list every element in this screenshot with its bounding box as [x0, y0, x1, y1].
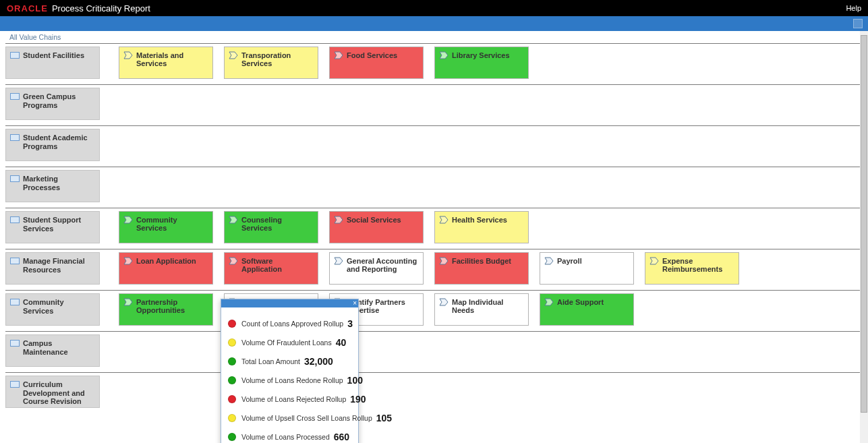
value-chain-icon	[10, 381, 20, 388]
process-label: Aide Support	[557, 298, 604, 306]
process-card[interactable]: Food Services	[329, 47, 424, 79]
process-card[interactable]: Health Services	[434, 211, 529, 243]
value-chain-icon	[10, 340, 20, 347]
process-label: Payroll	[557, 257, 582, 265]
metric-label: Volume of Loans Redone Rollup	[241, 376, 343, 384]
process-card[interactable]: Transporation Services	[224, 47, 318, 79]
export-icon[interactable]	[853, 19, 863, 28]
arrow-icon	[229, 257, 238, 265]
process-card[interactable]: Social Services	[329, 211, 424, 243]
process-card[interactable]: General Accounting and Reporting	[329, 252, 424, 285]
process-label: Map Individual Needs	[452, 298, 524, 314]
arrow-icon	[439, 216, 449, 224]
arrow-icon	[123, 257, 133, 265]
value-chain-label: Student Academic Programs	[23, 134, 95, 150]
value-chain-card[interactable]: Marketing Processes	[5, 170, 100, 202]
value-chain-row: Student Support Services Community Servi…	[5, 208, 863, 249]
value-chain-row: Marketing Processes	[5, 167, 863, 208]
metric-value: 40	[336, 337, 347, 348]
value-chain-icon	[10, 52, 20, 59]
value-chain-icon	[10, 93, 20, 100]
process-card[interactable]: Partnership Opportunities	[119, 293, 213, 326]
value-chain-label: Community Services	[23, 298, 95, 315]
value-chain-row: Green Campus Programs	[5, 84, 863, 125]
value-chain-icon	[10, 258, 20, 264]
process-label: Partnership Opportunities	[136, 298, 208, 314]
app-header: ORACLE Process Criticality Report Help	[0, 0, 868, 16]
value-chain-row: Curriculum Development and Course Revisi…	[5, 372, 863, 413]
value-chain-card[interactable]: Manage Financial Resources	[5, 252, 100, 285]
metric-label: Total Loan Amount	[241, 357, 300, 365]
process-card[interactable]: Payroll	[540, 252, 634, 285]
breadcrumb[interactable]: All Value Chains	[5, 31, 863, 43]
metric-row: Volume of Loans Processed660	[228, 427, 351, 443]
value-chain-label: Marketing Processes	[23, 175, 95, 191]
metric-label: Volume of Loans Processed	[241, 433, 330, 441]
arrow-icon	[334, 257, 343, 265]
process-card[interactable]: Facilities Budget	[434, 252, 529, 285]
value-chain-label: Campus Maintenance	[23, 339, 95, 356]
metric-row: Count of Loans Approved Rollup3	[228, 314, 351, 333]
arrow-icon	[334, 216, 343, 224]
metric-value: 660	[334, 432, 349, 442]
value-chain-card[interactable]: Green Campus Programs	[5, 88, 100, 120]
status-dot-icon	[228, 414, 236, 422]
arrow-icon	[439, 257, 449, 265]
value-chain-row: Community Services Partnership Opportuni…	[5, 290, 863, 331]
arrow-icon	[123, 216, 133, 224]
value-chain-row: Student Facilities Materials and Service…	[5, 43, 863, 84]
process-label: Health Services	[452, 216, 507, 224]
value-chain-row: Student Academic Programs	[5, 125, 863, 167]
metric-row: Total Loan Amount32,000	[228, 352, 351, 371]
metric-value: 190	[350, 394, 366, 405]
metric-value: 3	[347, 318, 353, 329]
metric-label: Volume Of Fraudulent Loans	[241, 338, 332, 347]
process-card[interactable]: Counseling Services	[224, 211, 318, 243]
metric-row: Volume of Loans Rejected Rollup190	[228, 390, 351, 409]
process-label: Library Services	[452, 51, 510, 59]
metric-row: Volume Of Fraudulent Loans40	[228, 333, 351, 352]
scrollbar[interactable]	[860, 31, 868, 443]
arrow-icon	[229, 51, 238, 59]
process-card[interactable]: Community Services	[119, 211, 213, 243]
process-label: Community Services	[136, 216, 208, 232]
value-chain-card[interactable]: Student Facilities	[5, 47, 100, 79]
content-area: All Value Chains Student Facilities Mate…	[0, 31, 868, 443]
arrow-icon	[123, 298, 133, 306]
status-dot-icon	[228, 357, 236, 365]
metrics-popup: × Count of Loans Approved Rollup3Volume …	[221, 299, 359, 443]
process-label: Social Services	[347, 216, 401, 224]
process-card[interactable]: Library Services	[434, 47, 529, 79]
process-label: Expense Reimbursements	[662, 257, 734, 273]
help-link[interactable]: Help	[846, 4, 861, 12]
arrow-icon	[123, 51, 133, 59]
process-card[interactable]: Loan Application	[119, 252, 213, 285]
metric-label: Count of Loans Approved Rollup	[241, 320, 343, 328]
page-title: Process Criticality Report	[52, 3, 150, 13]
process-label: Facilities Budget	[452, 257, 511, 265]
value-chain-card[interactable]: Student Support Services	[5, 211, 100, 243]
metric-row: Volume of Upsell Cross Sell Loans Rollup…	[228, 409, 351, 427]
value-chain-card[interactable]: Student Academic Programs	[5, 129, 100, 161]
scrollbar-thumb[interactable]	[861, 35, 867, 413]
arrow-icon	[439, 298, 449, 306]
close-icon[interactable]: ×	[353, 299, 357, 307]
process-card[interactable]: Software Application	[224, 252, 318, 285]
process-card[interactable]: Map Individual Needs	[434, 293, 529, 326]
process-label: Transporation Services	[241, 51, 314, 67]
value-chain-card[interactable]: Community Services	[5, 293, 100, 326]
process-card[interactable]: Aide Support	[540, 293, 634, 326]
value-chain-icon	[10, 216, 20, 223]
metric-value: 105	[376, 413, 392, 423]
value-chain-card[interactable]: Campus Maintenance	[5, 334, 100, 367]
arrow-icon	[544, 257, 554, 265]
value-chain-row: Campus Maintenance	[5, 331, 863, 372]
status-dot-icon	[228, 376, 236, 384]
process-card[interactable]: Expense Reimbursements	[645, 252, 739, 285]
metric-label: Volume of Loans Rejected Rollup	[241, 395, 346, 403]
value-chain-label: Curriculum Development and Course Revisi…	[23, 380, 95, 406]
value-chain-card[interactable]: Curriculum Development and Course Revisi…	[5, 376, 100, 408]
process-label: General Accounting and Reporting	[347, 257, 419, 273]
metric-row: Volume of Loans Redone Rollup100	[228, 371, 351, 390]
process-card[interactable]: Materials and Services	[119, 47, 213, 79]
